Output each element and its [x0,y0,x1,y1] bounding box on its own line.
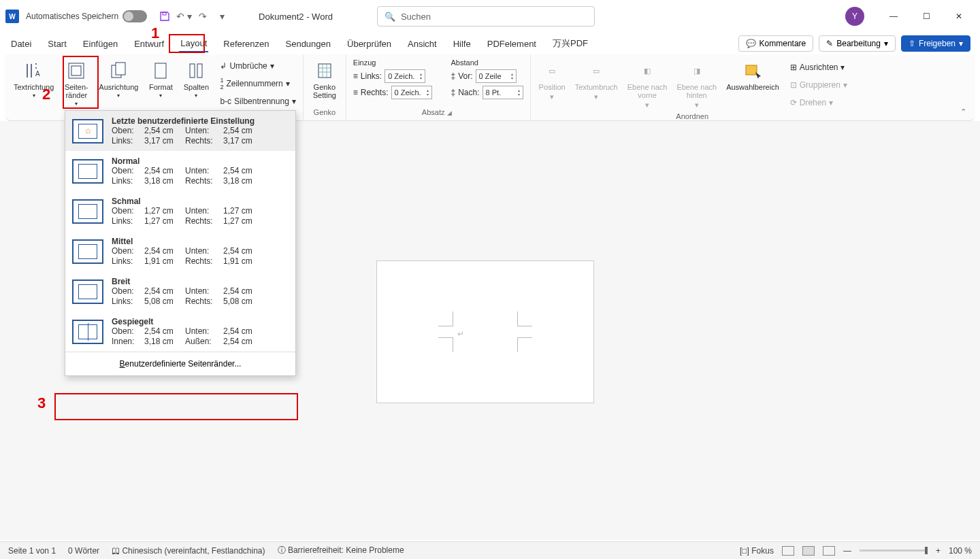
editing-mode-button[interactable]: ✎Bearbeitung▾ [819,35,896,52]
tab-pdfelement[interactable]: PDFelement [486,36,538,52]
comments-button[interactable]: 💬Kommentare [738,35,814,52]
share-button[interactable]: ⇧Freigeben▾ [901,35,970,52]
tab-review[interactable]: Überprüfen [346,36,393,52]
align-button[interactable]: ⊞Ausrichten ▾ [787,59,850,75]
tab-references[interactable]: Referenzen [222,36,270,52]
margins-option-wide[interactable]: Breit Oben:2,54 cmUnten:2,54 cm Links:5,… [65,271,295,311]
custom-margins-button[interactable]: Benutzerdefinierte Seitenränder... [65,352,295,375]
indent-left-input[interactable]: 0 Zeich.▴▾ [385,69,425,83]
qat-customize[interactable]: ▾ [212,7,231,26]
annotation-3-box [54,393,298,420]
margin-marker [438,311,453,326]
margins-preset-icon [72,280,103,304]
undo-button[interactable]: ↶ ▾ [174,7,193,26]
spacing-after-input[interactable]: 8 Pt.▴▾ [483,86,523,99]
tab-help[interactable]: Hilfe [452,36,472,52]
bring-forward-button: ◧Ebene nach vorne▾ [623,57,672,112]
orientation-button[interactable]: Ausrichtung▾ [95,57,142,109]
text-direction-button[interactable]: A Textrichtung▾ [10,57,58,109]
web-layout-button[interactable] [823,546,835,556]
zoom-level[interactable]: 100 % [949,546,972,556]
margin-marker [517,337,532,352]
indent-right-icon: ≡ [353,88,358,97]
svg-rect-5 [116,63,125,75]
columns-button[interactable]: Spalten▾ [179,57,213,109]
margins-dropdown: Letzte benutzerdefinierte Einstellung Ob… [65,110,296,376]
zoom-out-button[interactable]: — [843,546,851,556]
collapse-ribbon-button[interactable]: ⌃ [960,107,966,116]
rotate-button: ⟳Drehen ▾ [787,95,850,111]
search-placeholder: Suchen [401,12,431,22]
indent-heading: Einzug [350,57,435,68]
position-icon: ▭ [541,60,563,82]
tab-file[interactable]: Datei [10,36,33,52]
zoom-slider[interactable] [860,549,928,552]
margins-option-last[interactable]: Letzte benutzerdefinierte Einstellung Ob… [65,111,295,151]
tab-view[interactable]: Ansicht [406,36,438,52]
genko-button[interactable]: Genko Setting [308,57,342,108]
maximize-button[interactable]: ☐ [911,5,942,27]
hyphenation-button[interactable]: b-cSilbentrennung ▾ [217,93,298,109]
ribbon-tabs: Datei Start Einfügen Entwurf Layout Refe… [0,33,980,54]
line-numbers-button[interactable]: 12Zeilennummern ▾ [217,75,298,92]
svg-rect-10 [746,65,757,75]
document-title: Dokument2 - Word [259,12,333,22]
status-bar: Seite 1 von 1 0 Wörter 🕮 Chinesisch (ver… [0,541,980,559]
tab-mailings[interactable]: Sendungen [284,36,333,52]
selection-pane-button[interactable]: Auswahlbereich [722,57,783,112]
margins-option-narrow[interactable]: Schmal Oben:1,27 cmUnten:1,27 cm Links:1… [65,191,295,231]
send-back-icon: ◨ [686,60,708,82]
group-button: ⊡Gruppieren ▾ [787,77,850,93]
spacing-after-icon: ‡ [451,88,456,97]
chevron-down-icon: ▾ [195,92,197,99]
annotation-3: 3 [37,394,46,412]
page[interactable]: ↵ [376,260,594,403]
page-size-icon [150,60,172,82]
margins-preset-icon [72,159,103,184]
search-box[interactable]: 🔍 Suchen [377,6,595,27]
breaks-button[interactable]: ↲Umbrüche ▾ [217,58,298,74]
accessibility-status[interactable]: ⓘ Barrierefreiheit: Keine Probleme [278,545,404,556]
margins-preset-icon [72,199,103,224]
tab-insert[interactable]: Einfügen [82,36,119,52]
redo-button[interactable]: ↷ [193,7,212,26]
focus-mode-button[interactable]: [□] Fokus [740,546,774,556]
spacing-before-input[interactable]: 0 Zeile▴▾ [476,69,517,83]
tab-home[interactable]: Start [46,36,67,52]
annotation-1-box [169,34,205,53]
chevron-down-icon: ▾ [884,39,888,48]
tab-wanxing[interactable]: 万兴PDF [551,35,589,52]
annotation-1: 1 [151,24,159,42]
search-icon: 🔍 [385,12,395,22]
indent-right-input[interactable]: 0 Zeich.▴▾ [391,86,432,99]
svg-rect-9 [318,64,331,78]
zoom-in-button[interactable]: + [936,546,941,556]
spacing-heading: Abstand [448,57,526,68]
breaks-icon: ↲ [220,61,227,71]
margins-option-mirrored[interactable]: Gespiegelt Oben:2,54 cmUnten:2,54 cm Inn… [65,311,295,352]
wrap-icon: ▭ [585,60,607,82]
position-button: ▭Position▾ [535,57,570,112]
align-icon: ⊞ [790,63,797,72]
word-count[interactable]: 0 Wörter [68,546,99,556]
minimize-button[interactable]: — [878,5,909,27]
tab-design[interactable]: Entwurf [133,36,165,52]
language-indicator[interactable]: 🕮 Chinesisch (vereinfacht, Festlandchina… [112,546,265,556]
size-button[interactable]: Format▾ [144,57,178,109]
page-indicator[interactable]: Seite 1 von 1 [8,546,56,556]
save-icon[interactable] [155,7,174,26]
chevron-down-icon: ▾ [159,92,162,99]
margins-option-medium[interactable]: Mittel Oben:2,54 cmUnten:2,54 cm Links:1… [65,231,295,271]
print-layout-button[interactable] [802,546,815,556]
paragraph-launcher[interactable]: ◢ [447,109,455,116]
margins-preset-icon [72,320,103,344]
chevron-down-icon: ▾ [959,39,963,48]
margin-marker [438,337,453,352]
close-button[interactable]: ✕ [943,5,975,27]
user-avatar[interactable]: Y [845,7,864,26]
autosave-toggle[interactable] [122,10,147,22]
autosave-label: Automatisches Speichern [26,12,118,21]
margins-option-normal[interactable]: Normal Oben:2,54 cmUnten:2,54 cm Links:3… [65,151,295,191]
word-app-icon: W [5,10,19,23]
read-mode-button[interactable] [782,546,794,556]
